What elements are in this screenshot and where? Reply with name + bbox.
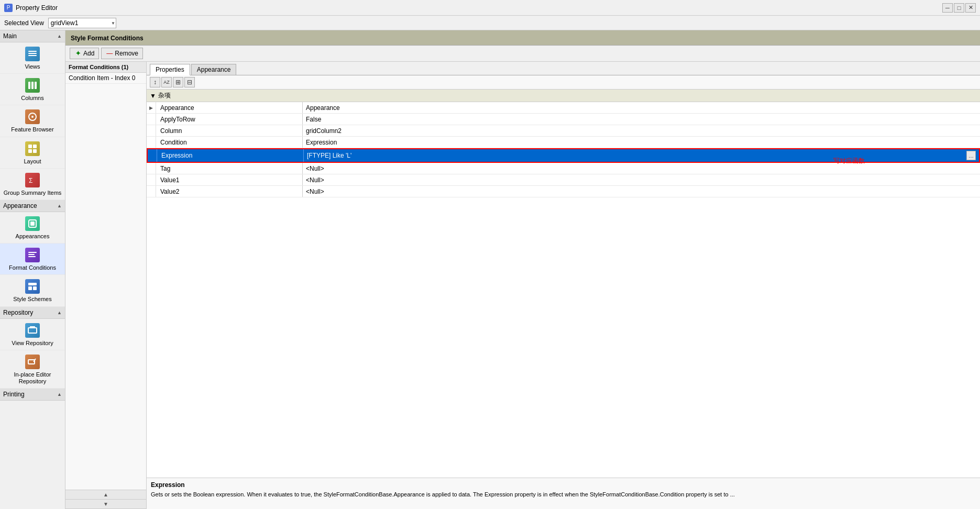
props-expand-tag (147, 163, 156, 174)
selected-view-dropdown[interactable]: gridView1 (48, 18, 116, 28)
list-scroll-down-button[interactable]: ▼ (65, 500, 146, 509)
panel-toolbar: ✦ Add — Remove (65, 46, 980, 62)
close-button[interactable]: ✕ (965, 3, 976, 13)
sidebar-section-repository-label: Repository (3, 309, 33, 316)
props-expand-value1 (147, 174, 156, 185)
sidebar-item-views-label: Views (25, 63, 40, 70)
az-icon: AZ (163, 80, 170, 85)
svg-rect-3 (28, 82, 30, 89)
props-value-tag[interactable]: <Null> (303, 163, 980, 174)
expression-ellipsis-button[interactable]: … (966, 151, 976, 160)
remove-button-label: Remove (115, 50, 138, 57)
props-row-column: Column gridColumn2 (147, 125, 980, 137)
panel-header: Style Format Conditions (65, 30, 980, 46)
sidebar-item-style-schemes[interactable]: Style Schemes (0, 275, 65, 306)
svg-rect-1 (28, 53, 37, 54)
svg-rect-15 (28, 252, 37, 253)
sidebar-item-group-summary[interactable]: Σ Group Summary Items (0, 169, 65, 200)
sidebar-item-view-repository[interactable]: View Repository (0, 319, 65, 350)
props-expand-appearance[interactable]: ▶ (147, 102, 156, 113)
props-value-value2[interactable]: <Null> (303, 186, 980, 197)
view-repository-icon (24, 322, 41, 339)
sidebar: Main ▲ Views Columns (0, 30, 65, 509)
svg-rect-20 (33, 286, 37, 290)
sidebar-section-appearance[interactable]: Appearance ▲ (0, 200, 65, 212)
right-panel: Style Format Conditions ✦ Add — Remove F… (65, 30, 980, 509)
props-key-column: Column (156, 125, 303, 136)
app-title: Property Editor (16, 4, 58, 12)
list-panel: Format Conditions (1) Condition Item - I… (65, 62, 147, 509)
props-row-value1: Value1 <Null> (147, 174, 980, 186)
svg-rect-5 (35, 82, 37, 89)
props-expand-value2 (147, 186, 156, 197)
main-layout: Main ▲ Views Columns (0, 30, 980, 509)
props-value-appearance[interactable]: Appearance (303, 102, 980, 113)
props-toolbar: ↕ AZ ⊞ ⊟ (147, 75, 980, 90)
content-area: Format Conditions (1) Condition Item - I… (65, 62, 980, 509)
props-collapse-button[interactable]: ⊟ (184, 77, 195, 87)
sidebar-section-printing-arrow: ▲ (57, 392, 62, 397)
description-area: Expression Gets or sets the Boolean expr… (147, 478, 980, 509)
selected-view-row: Selected View gridView1 ▼ (0, 16, 980, 30)
sidebar-item-views[interactable]: Views (0, 42, 65, 74)
tab-properties[interactable]: Properties (150, 64, 190, 75)
title-bar-controls: ─ □ ✕ (942, 3, 976, 13)
props-row-appearance: ▶ Appearance Appearance (147, 102, 980, 114)
app-icon: P (4, 4, 13, 12)
list-panel-item-0[interactable]: Condition Item - Index 0 (65, 73, 146, 84)
remove-button[interactable]: — Remove (101, 48, 143, 59)
props-key-tag: Tag (156, 163, 303, 174)
properties-tabs: Properties Appearance (147, 62, 980, 75)
props-row-value2: Value2 <Null> (147, 186, 980, 197)
sidebar-item-inplace-editor[interactable]: In-place Editor Repository (0, 350, 65, 389)
svg-rect-2 (28, 55, 37, 56)
style-schemes-icon (24, 278, 41, 295)
props-table: ▼ 杂项 ▶ Appearance Appearance (147, 90, 980, 478)
layout-icon (24, 140, 41, 157)
props-value-expression[interactable]: [FTYPE] Like 'L' … (304, 149, 979, 162)
tab-appearance[interactable]: Appearance (191, 64, 237, 75)
props-expand-button[interactable]: ⊞ (173, 77, 183, 87)
props-key-applytorow: ApplyToRow (156, 114, 303, 125)
svg-rect-10 (28, 149, 32, 153)
props-section-misc[interactable]: ▼ 杂项 (147, 90, 980, 102)
add-button[interactable]: ✦ Add (70, 48, 99, 59)
props-value-applytorow[interactable]: False (303, 114, 980, 125)
views-icon (24, 46, 41, 62)
inplace-editor-icon (24, 353, 41, 370)
list-scroll-up-button[interactable]: ▲ (65, 490, 146, 500)
sidebar-section-repository[interactable]: Repository ▲ (0, 307, 65, 319)
list-panel-header: Format Conditions (1) (65, 62, 146, 73)
appearances-icon (24, 215, 41, 232)
sidebar-section-appearance-label: Appearance (3, 202, 37, 209)
sidebar-item-layout[interactable]: Layout (0, 137, 65, 169)
props-value-column[interactable]: gridColumn2 (303, 125, 980, 136)
props-key-condition: Condition (156, 137, 303, 148)
svg-text:Σ: Σ (29, 177, 32, 184)
minimize-button[interactable]: ─ (942, 3, 953, 13)
props-value-condition[interactable]: Expression (303, 137, 980, 148)
props-az-button[interactable]: AZ (161, 77, 172, 87)
svg-rect-4 (31, 82, 34, 89)
props-value-value1[interactable]: <Null> (303, 174, 980, 185)
sidebar-section-main-arrow: ▲ (57, 34, 62, 39)
sidebar-section-printing[interactable]: Printing ▲ (0, 389, 65, 401)
selected-view-label: Selected View (4, 19, 44, 27)
props-sort-button[interactable]: ↕ (150, 77, 160, 87)
sidebar-item-appearances[interactable]: Appearances (0, 212, 65, 244)
list-panel-item-0-label: Condition Item - Index 0 (69, 74, 135, 82)
expand-icon: ⊞ (175, 79, 181, 86)
props-area-wrapper: ▼ 杂项 ▶ Appearance Appearance (147, 90, 980, 478)
props-expand-condition (147, 137, 156, 148)
maximize-button[interactable]: □ (954, 3, 964, 13)
props-key-value1: Value1 (156, 174, 303, 185)
props-row-expression: Expression [FTYPE] Like 'L' … (147, 148, 980, 163)
props-row-condition: Condition Expression (147, 137, 980, 148)
selected-view-dropdown-wrapper: gridView1 ▼ (48, 18, 116, 28)
sidebar-section-main[interactable]: Main ▲ (0, 30, 65, 42)
sidebar-item-format-conditions[interactable]: Format Conditions (0, 244, 65, 275)
sidebar-item-columns[interactable]: Columns (0, 74, 65, 105)
svg-rect-18 (28, 283, 37, 285)
svg-point-7 (31, 116, 34, 118)
sidebar-item-feature-browser[interactable]: Feature Browser (0, 105, 65, 137)
